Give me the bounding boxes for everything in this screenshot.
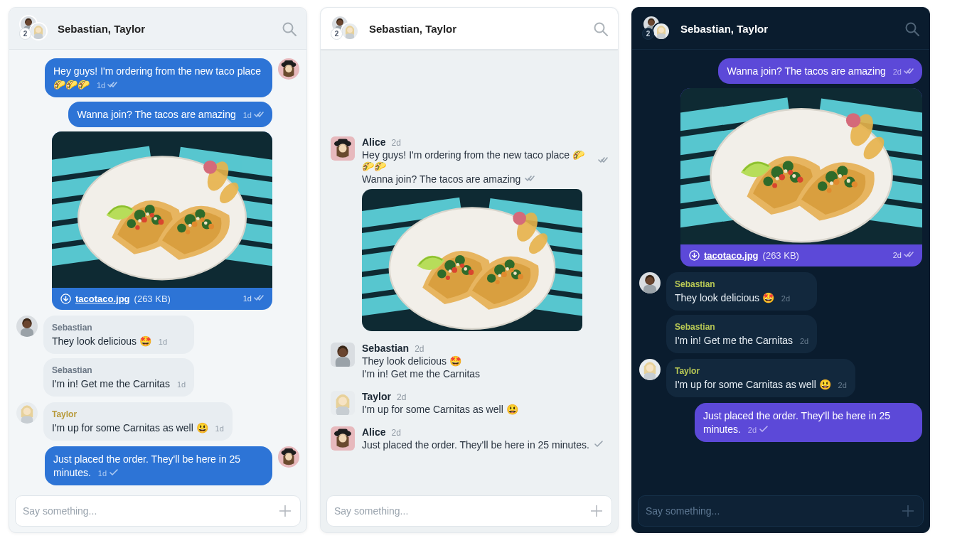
message-entry: Sebastian2d They look delicious 🤩 I'm in… xyxy=(328,341,611,381)
message-outgoing: Just placed the order. They'll be here i… xyxy=(639,403,922,442)
message-text: Just placed the order. They'll be here i… xyxy=(703,410,890,435)
message-composer xyxy=(638,495,924,527)
message-bubble[interactable]: Wanna join? The tacos are amazing 2d xyxy=(718,58,922,84)
chat-header: 2 Sebastian, Taylor xyxy=(321,8,618,50)
avatar-alice[interactable] xyxy=(331,136,355,161)
attachment-card[interactable]: tacotaco.jpg(263 KB) 1d xyxy=(52,131,272,310)
message-bubble[interactable]: Wanna join? The tacos are amazing 1d xyxy=(68,102,272,127)
message-outgoing: Just placed the order. They'll be here i… xyxy=(16,446,299,485)
message-timestamp: 1d xyxy=(159,338,167,346)
search-icon[interactable] xyxy=(592,21,608,36)
avatar-alice[interactable] xyxy=(331,426,355,451)
attachment-filename[interactable]: tacotaco.jpg xyxy=(75,294,130,304)
chat-panel-flat: 2 Sebastian, Taylor Alice2d Hey guys! I'… xyxy=(320,7,619,533)
message-bubble[interactable]: Sebastian They look delicious 🤩 2d xyxy=(666,272,817,311)
message-bubble[interactable]: Sebastian I'm in! Get me the Carnitas 2d xyxy=(666,315,817,353)
message-timestamp: 2d xyxy=(893,68,902,76)
message-timestamp: 2d xyxy=(391,428,400,438)
message-incoming: Sebastian They look delicious 🤩 2d Sebas… xyxy=(639,272,922,353)
avatar-taylor xyxy=(29,22,48,41)
sender-name: Sebastian xyxy=(52,365,186,376)
avatar-sebastian[interactable] xyxy=(639,272,661,294)
message-text: I'm up for some Carnitas as well 😃 xyxy=(362,404,518,415)
sent-icon xyxy=(594,440,604,450)
message-text: I'm in! Get me the Carnitas xyxy=(675,335,793,346)
search-icon[interactable] xyxy=(281,21,296,36)
message-timestamp: 1d xyxy=(98,469,107,478)
message-text: I'm in! Get me the Carnitas xyxy=(52,378,170,389)
participants-count-badge: 2 xyxy=(331,28,343,40)
composer-input[interactable] xyxy=(646,505,894,517)
message-text: They look delicious 🤩 xyxy=(52,335,151,347)
chat-header: 2 Sebastian, Taylor xyxy=(9,8,306,50)
sender-name: Sebastian xyxy=(675,321,808,333)
sender-name: Taylor xyxy=(362,391,391,402)
messages-scroll[interactable]: Wanna join? The tacos are amazing 2d tac… xyxy=(632,50,929,490)
avatar-taylor[interactable] xyxy=(639,359,661,380)
message-bubble[interactable]: Just placed the order. They'll be here i… xyxy=(45,446,272,485)
sender-name: Alice xyxy=(362,136,385,148)
attach-plus-icon[interactable] xyxy=(900,503,916,519)
attachment-filename[interactable]: tacotaco.jpg xyxy=(704,250,759,261)
chat-title: Sebastian, Taylor xyxy=(369,23,584,35)
message-bubble[interactable]: Sebastian I'm in! Get me the Carnitas 1d xyxy=(43,358,194,397)
message-text: They look delicious 🤩 xyxy=(675,292,774,303)
read-receipt-icon xyxy=(254,294,264,301)
message-text: I'm in! Get me the Carnitas xyxy=(362,368,480,379)
participants-avatars[interactable]: 2 xyxy=(331,15,360,42)
message-text: Wanna join? The tacos are amazing xyxy=(362,173,520,185)
message-timestamp: 2d xyxy=(415,344,424,354)
attachment-image xyxy=(52,131,272,288)
read-receipt-icon xyxy=(107,81,117,88)
message-composer xyxy=(326,495,612,527)
message-entry: Alice2d Just placed the order. They'll b… xyxy=(328,425,611,452)
participants-avatars[interactable]: 2 xyxy=(19,15,49,42)
avatar-sebastian[interactable] xyxy=(16,316,38,337)
sender-name: Sebastian xyxy=(52,322,186,333)
message-text: They look delicious 🤩 xyxy=(362,355,461,367)
composer-input[interactable] xyxy=(334,505,583,517)
read-receipt-icon xyxy=(525,174,535,184)
attach-plus-icon[interactable] xyxy=(589,503,604,519)
messages-scroll[interactable]: Hey guys! I'm ordering from the new taco… xyxy=(9,50,306,490)
messages-scroll[interactable]: Alice2d Hey guys! I'm ordering from the … xyxy=(321,50,618,490)
search-icon[interactable] xyxy=(904,21,919,36)
chat-title: Sebastian, Taylor xyxy=(58,23,272,35)
sent-icon xyxy=(109,469,119,476)
message-bubble[interactable]: Sebastian They look delicious 🤩 1d xyxy=(43,316,194,354)
avatar-alice[interactable] xyxy=(278,58,299,80)
avatar-taylor xyxy=(341,22,359,41)
message-bubble[interactable]: Hey guys! I'm ordering from the new taco… xyxy=(45,58,272,97)
download-icon[interactable] xyxy=(689,250,700,261)
composer-input[interactable] xyxy=(23,505,272,517)
message-bubble[interactable]: Just placed the order. They'll be here i… xyxy=(695,403,922,442)
message-incoming: Sebastian They look delicious 🤩 1d Sebas… xyxy=(16,316,299,397)
message-text: Just placed the order. They'll be here i… xyxy=(362,439,589,451)
message-text: Wanna join? The tacos are amazing xyxy=(727,65,885,77)
attach-plus-icon[interactable] xyxy=(277,503,293,519)
message-timestamp: 1d xyxy=(243,294,252,303)
participants-avatars[interactable]: 2 xyxy=(642,15,672,42)
message-text: Hey guys! I'm ordering from the new taco… xyxy=(362,149,594,172)
message-bubble[interactable]: Taylor I'm up for some Carnitas as well … xyxy=(43,402,233,441)
avatar-alice[interactable] xyxy=(278,446,299,468)
message-entry: Alice2d Hey guys! I'm ordering from the … xyxy=(328,135,611,333)
read-receipt-icon xyxy=(904,68,914,75)
message-timestamp: 2d xyxy=(800,337,808,345)
message-bubble[interactable]: Taylor I'm up for some Carnitas as well … xyxy=(666,359,855,397)
message-composer xyxy=(15,495,301,527)
avatar-taylor[interactable] xyxy=(331,391,355,415)
avatar-sebastian[interactable] xyxy=(331,343,355,367)
attachment-card[interactable] xyxy=(362,189,608,331)
chat-header: 2 Sebastian, Taylor xyxy=(632,8,929,50)
attachment-card[interactable]: tacotaco.jpg(263 KB) 2d xyxy=(680,88,922,266)
avatar-taylor xyxy=(652,22,671,41)
message-text: Hey guys! I'm ordering from the new taco… xyxy=(53,65,261,90)
participants-count-badge: 2 xyxy=(642,28,654,40)
download-icon[interactable] xyxy=(60,294,71,304)
message-timestamp: 1d xyxy=(177,380,186,389)
avatar-taylor[interactable] xyxy=(16,402,38,424)
message-timestamp: 2d xyxy=(838,381,847,389)
sender-name: Taylor xyxy=(675,365,847,377)
read-receipt-icon xyxy=(254,111,264,118)
